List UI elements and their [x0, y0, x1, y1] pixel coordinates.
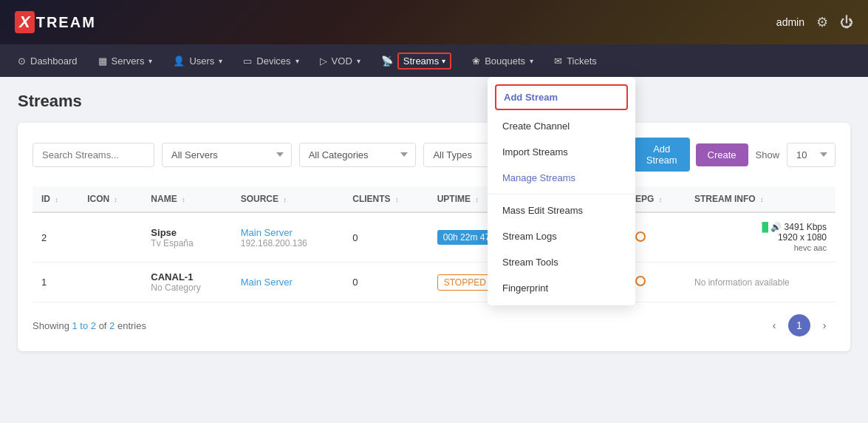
- dashboard-icon: ⊙: [18, 55, 26, 67]
- source-main: Main Server: [241, 277, 335, 288]
- col-clients: CLIENTS ↕: [344, 186, 428, 212]
- nav-streams[interactable]: 📡 Streams ▾: [371, 44, 462, 77]
- nav-streams-label: Streams: [403, 55, 439, 67]
- users-chevron: ▾: [219, 57, 222, 65]
- next-page-button[interactable]: ›: [813, 314, 835, 336]
- green-bar-icon: █: [762, 222, 768, 232]
- col-stream-info: STREAM INFO ↕: [686, 186, 835, 212]
- prev-page-button[interactable]: ‹: [763, 314, 785, 336]
- vod-chevron: ▾: [357, 57, 360, 65]
- table-row: 1 CANAL-1 No Category Main Server 0 STOP…: [33, 263, 835, 302]
- speaker-icon: 🔊: [770, 222, 782, 232]
- power-button[interactable]: ⏻: [840, 15, 853, 30]
- nav-servers-label: Servers: [112, 55, 145, 67]
- servers-chevron: ▾: [148, 57, 152, 65]
- stream-category: No Category: [151, 282, 222, 293]
- search-input[interactable]: [33, 143, 154, 167]
- dropdown-create-channel[interactable]: Create Channel: [488, 113, 635, 139]
- filters-row: All Servers All Categories All Types 🔍 A…: [33, 138, 835, 172]
- nav-servers[interactable]: ▦ Servers ▾: [88, 44, 163, 77]
- page-1-button[interactable]: 1: [788, 314, 810, 336]
- col-epg: EPG ↕: [626, 186, 686, 212]
- vod-icon: ▷: [320, 55, 327, 67]
- content-card: All Servers All Categories All Types 🔍 A…: [18, 123, 850, 351]
- row-stream-info: No information available: [686, 263, 835, 302]
- stream-category: Tv España: [151, 238, 222, 248]
- source-main: Main Server: [241, 227, 335, 238]
- row-clients: 0: [344, 212, 428, 263]
- row-source: Main Server: [232, 263, 344, 302]
- stream-name: Sipse: [151, 227, 222, 238]
- stream-name: CANAL-1: [151, 271, 222, 282]
- dropdown-manage-streams[interactable]: Manage Streams: [488, 165, 635, 191]
- streams-table: ID ↕ ICON ↕ NAME ↕ SOURCE ↕ CLIENTS ↕ UP…: [33, 186, 835, 302]
- show-select[interactable]: 10: [787, 143, 835, 167]
- dropdown-import-streams[interactable]: Import Streams: [488, 139, 635, 165]
- nav-bouquets[interactable]: ❀ Bouquets ▾: [462, 44, 544, 77]
- dropdown-add-stream[interactable]: Add Stream: [495, 84, 628, 110]
- pagination-buttons: ‹ 1 ›: [763, 314, 835, 336]
- streams-highlight-box: Streams ▾: [397, 53, 451, 70]
- streams-icon: 📡: [381, 55, 393, 67]
- nav-tickets-label: Tickets: [567, 55, 597, 67]
- showing-text: Showing 1 to 2 of 2 entries: [33, 320, 146, 331]
- add-stream-button[interactable]: Add Stream: [634, 138, 690, 172]
- row-clients: 0: [344, 263, 428, 302]
- logo-x: X: [15, 11, 35, 33]
- col-name: NAME ↕: [142, 186, 231, 212]
- total-link[interactable]: 2: [109, 320, 115, 331]
- streams-chevron: ▾: [442, 57, 445, 65]
- streams-dropdown-menu: Add Stream Create Channel Import Streams…: [488, 77, 635, 305]
- categories-select[interactable]: All Categories: [299, 143, 417, 167]
- tickets-icon: ✉: [554, 55, 562, 67]
- pagination-row: Showing 1 to 2 of 2 entries ‹ 1 ›: [33, 314, 835, 336]
- admin-label: admin: [776, 16, 804, 28]
- users-icon: 👤: [173, 55, 185, 67]
- dropdown-fingerprint[interactable]: Fingerprint: [488, 275, 635, 301]
- devices-chevron: ▾: [295, 57, 299, 65]
- nav-dashboard[interactable]: ⊙ Dashboard: [7, 44, 88, 77]
- codec-label: hevc: [794, 243, 811, 252]
- row-epg: [626, 212, 686, 263]
- row-name-cell: CANAL-1 No Category: [142, 263, 231, 302]
- source-ip: 192.168.200.136: [241, 238, 335, 248]
- row-icon: [78, 212, 142, 263]
- row-epg: [626, 263, 686, 302]
- page-range-link[interactable]: 1 to 2: [72, 320, 96, 331]
- logo: X TREAM: [15, 11, 96, 33]
- row-id: 2: [33, 212, 78, 263]
- settings-button[interactable]: ⚙: [816, 14, 828, 30]
- col-source: SOURCE ↕: [232, 186, 344, 212]
- nav-vod[interactable]: ▷ VOD ▾: [310, 44, 371, 77]
- nav-dashboard-label: Dashboard: [30, 55, 78, 67]
- dropdown-mass-edit[interactable]: Mass Edit Streams: [488, 197, 635, 223]
- dropdown-divider: [488, 194, 635, 194]
- nav-users-label: Users: [189, 55, 214, 67]
- row-id: 1: [33, 263, 78, 302]
- epg-status-dot: [635, 276, 646, 286]
- nav-vod-label: VOD: [332, 55, 352, 67]
- top-bar-right: admin ⚙ ⏻: [776, 14, 853, 30]
- create-button[interactable]: Create: [696, 143, 748, 166]
- servers-icon: ▦: [98, 55, 107, 67]
- row-source: Main Server 192.168.200.136: [232, 212, 344, 263]
- col-id: ID ↕: [33, 186, 78, 212]
- nav-devices-label: Devices: [256, 55, 290, 67]
- show-label: Show: [756, 149, 780, 160]
- nav-tickets[interactable]: ✉ Tickets: [544, 44, 607, 77]
- top-bar: X TREAM admin ⚙ ⏻: [0, 0, 868, 44]
- row-stream-info: █ 🔊 3491 Kbps 1920 x 1080 hevc aac: [686, 212, 835, 263]
- no-info-label: No information available: [694, 277, 790, 288]
- logo-text: TREAM: [36, 14, 96, 31]
- row-name-cell: Sipse Tv España: [142, 212, 231, 263]
- stream-info-kbps: █ 🔊 3491 Kbps 1920 x 1080 hevc aac: [694, 222, 827, 253]
- uptime-stopped: STOPPED: [437, 274, 493, 291]
- nav-devices[interactable]: ▭ Devices ▾: [233, 44, 309, 77]
- dropdown-stream-logs[interactable]: Stream Logs: [488, 223, 635, 249]
- table-row: 2 Sipse Tv España Main Server 192.168.20…: [33, 212, 835, 263]
- dropdown-stream-tools[interactable]: Stream Tools: [488, 249, 635, 275]
- servers-select[interactable]: All Servers: [162, 143, 292, 167]
- nav-users[interactable]: 👤 Users ▾: [163, 44, 233, 77]
- nav-bar: ⊙ Dashboard ▦ Servers ▾ 👤 Users ▾ ▭ Devi…: [0, 44, 868, 77]
- page-content: Streams All Servers All Categories All T…: [0, 77, 868, 366]
